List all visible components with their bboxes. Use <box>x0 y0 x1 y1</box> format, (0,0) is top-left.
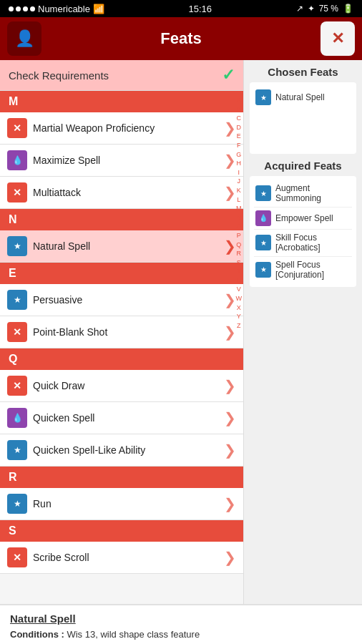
list-item: ★ Skill Focus [Acrobatics] <box>254 230 352 257</box>
section-header-n: N <box>0 209 243 230</box>
right-panel: Chosen Feats ★ Natural Spell Acquired Fe… <box>243 60 362 604</box>
chosen-feat-name: Natural Spell <box>275 92 325 102</box>
acquired-feat-name: Empower Spell <box>275 213 333 223</box>
alphabet-index[interactable]: ABCDE FGHIJ KLMNO PQRST UVWXY Z <box>236 96 244 330</box>
list-item[interactable]: 💧 Maximize Spell ❯ <box>0 145 243 177</box>
feat-icon: ★ <box>7 290 27 310</box>
list-item[interactable]: 💧 Quicken Spell ❯ <box>0 402 243 434</box>
acquired-feat-name: Spell Focus [Conjuration] <box>275 260 351 280</box>
feat-name: Point-Blank Shot <box>33 326 224 338</box>
acquired-feats-box: ★ Augment Summoning 💧 Empower Spell ★ Sk… <box>250 176 356 287</box>
status-bar: Numericable 📶 15:16 ↗ ✦ 75 % 🔋 <box>0 0 362 17</box>
acquired-feat-icon: 💧 <box>255 210 271 226</box>
list-item[interactable]: ★ Persuasive ❯ <box>0 284 243 316</box>
header: 👤 Feats ✕ <box>0 17 362 60</box>
description-benefits: Benefits : Cast spells while using wild … <box>10 642 352 645</box>
signal-dots <box>9 6 35 11</box>
main-area: Check Requirements ✓ M ✕ Martial Weapon … <box>0 60 362 604</box>
status-left: Numericable 📶 <box>9 4 104 14</box>
acquired-feats-title: Acquired Feats <box>250 160 356 172</box>
acquired-feat-icon: ★ <box>255 185 271 201</box>
section-header-e: E <box>0 263 243 284</box>
feat-icon: 💧 <box>7 150 27 170</box>
arrow-icon: ❯ <box>224 377 236 394</box>
list-item[interactable]: ✕ Quick Draw ❯ <box>0 370 243 402</box>
section-header-m: M <box>0 91 243 112</box>
feat-icon: 💧 <box>7 408 27 428</box>
conditions-value: Wis 13, wild shape class feature <box>67 629 200 640</box>
list-item: ★ Augment Summoning <box>254 180 352 208</box>
avatar-button[interactable]: 👤 <box>7 21 41 56</box>
feat-name: Quicken Spell <box>33 412 224 424</box>
feat-name: Natural Spell <box>33 240 224 252</box>
feat-list-panel[interactable]: Check Requirements ✓ M ✕ Martial Weapon … <box>0 60 243 604</box>
bluetooth-icon: ✦ <box>308 4 315 14</box>
battery-label: 75 % <box>319 4 338 14</box>
acquired-feat-icon: ★ <box>255 235 271 250</box>
list-item[interactable]: ★ Natural Spell ❯ <box>0 230 243 263</box>
acquired-feat-name: Augment Summoning <box>275 183 351 204</box>
feat-icon: ★ <box>7 440 27 460</box>
arrow-icon: ❯ <box>224 323 236 341</box>
battery-icon: 🔋 <box>343 4 353 14</box>
list-item[interactable]: ✕ Point-Blank Shot ❯ <box>0 316 243 348</box>
check-req-label: Check Requirements <box>9 69 109 82</box>
list-item[interactable]: ✕ Martial Weapon Proficiency ❯ <box>0 112 243 145</box>
acquired-feat-name: Skill Focus [Acrobatics] <box>275 233 351 253</box>
list-item[interactable]: ✕ Scribe Scroll ❯ <box>0 542 243 574</box>
arrow-icon: ❯ <box>224 152 236 169</box>
check-requirements-bar[interactable]: Check Requirements ✓ <box>0 60 243 91</box>
check-mark: ✓ <box>222 66 235 84</box>
arrow-icon: ❯ <box>224 291 236 308</box>
feat-name: Multiattack <box>33 187 224 198</box>
list-item: ★ Natural Spell <box>254 87 352 108</box>
section-header-q: Q <box>0 348 243 370</box>
section-header-r: R <box>0 467 243 488</box>
feat-icon: ✕ <box>7 547 27 567</box>
feat-icon: ✕ <box>7 118 27 138</box>
page-title: Feats <box>160 29 201 48</box>
close-button[interactable]: ✕ <box>321 21 355 56</box>
feat-icon: ✕ <box>7 182 27 203</box>
arrow-icon: ❯ <box>224 549 236 566</box>
list-item[interactable]: ★ Quicken Spell-Like Ability ❯ <box>0 434 243 467</box>
arrow-icon: ❯ <box>224 119 236 137</box>
section-header-s: S <box>0 520 243 542</box>
conditions-label: Conditions : <box>10 629 64 640</box>
carrier-label: Numericable <box>38 4 90 14</box>
location-icon: ↗ <box>296 4 303 14</box>
close-icon: ✕ <box>331 29 344 48</box>
description-title: Natural Spell <box>10 613 352 625</box>
description-conditions: Conditions : Wis 13, wild shape class fe… <box>10 628 352 642</box>
chosen-feats-box: ★ Natural Spell <box>250 82 356 154</box>
avatar-icon: 👤 <box>15 29 34 48</box>
arrow-icon: ❯ <box>224 441 236 459</box>
feat-icon: ★ <box>7 236 27 256</box>
arrow-icon: ❯ <box>224 409 236 426</box>
list-item: ★ Spell Focus [Conjuration] <box>254 257 352 283</box>
chosen-feat-icon: ★ <box>255 89 271 105</box>
arrow-icon: ❯ <box>224 184 236 201</box>
status-right: ↗ ✦ 75 % 🔋 <box>296 4 353 14</box>
feat-name: Quicken Spell-Like Ability <box>33 444 224 456</box>
list-item: 💧 Empower Spell <box>254 208 352 230</box>
feat-name: Persuasive <box>33 294 224 306</box>
feat-icon: ✕ <box>7 376 27 396</box>
acquired-feat-icon: ★ <box>255 262 271 278</box>
feat-icon: ★ <box>7 494 27 514</box>
feat-name: Scribe Scroll <box>33 552 224 563</box>
feat-name: Run <box>33 498 224 509</box>
feat-name: Maximize Spell <box>33 155 224 166</box>
arrow-icon: ❯ <box>224 495 236 512</box>
feat-name: Martial Weapon Proficiency <box>33 122 224 134</box>
feat-name: Quick Draw <box>33 380 224 391</box>
feat-icon: ✕ <box>7 322 27 342</box>
arrow-icon: ❯ <box>224 238 236 255</box>
list-item[interactable]: ★ Run ❯ <box>0 488 243 520</box>
chosen-feats-title: Chosen Feats <box>250 66 356 78</box>
wifi-icon: 📶 <box>93 4 104 14</box>
time-label: 15:16 <box>189 4 212 14</box>
description-box: Natural Spell Conditions : Wis 13, wild … <box>0 604 362 644</box>
list-item[interactable]: ✕ Multiattack ❯ <box>0 177 243 209</box>
